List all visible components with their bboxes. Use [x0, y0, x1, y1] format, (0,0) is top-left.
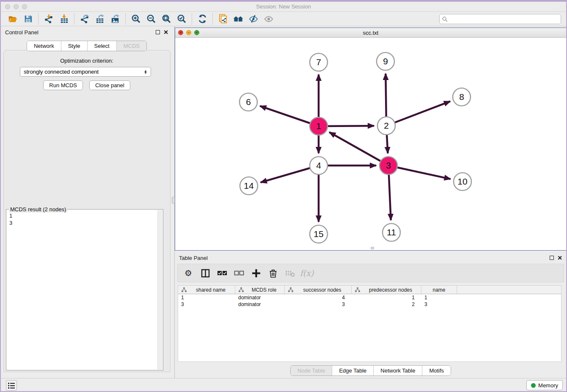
settings-icon[interactable]: ⚙	[183, 268, 194, 279]
close-panel-button[interactable]: Close panel	[89, 80, 130, 90]
mcds-result-item: 1	[9, 212, 157, 219]
edge-3-10[interactable]	[388, 166, 451, 179]
export-network-icon[interactable]	[77, 13, 92, 25]
import-network-icon[interactable]	[41, 13, 56, 25]
task-history-button[interactable]	[6, 380, 17, 391]
memory-button[interactable]: Memory	[526, 380, 563, 390]
zoom-in-icon[interactable]	[128, 13, 143, 25]
network-window: ✕ − + scc.txt 7968124314101511	[175, 28, 567, 251]
table-cell[interactable]: 4	[285, 295, 352, 301]
run-mcds-button[interactable]: Run MCDS	[43, 80, 83, 90]
table-cell[interactable]: dominator	[235, 301, 285, 307]
table-row[interactable]: 3dominator323	[178, 301, 561, 308]
status-bar: Memory	[1, 378, 566, 392]
zoom-fit-icon[interactable]	[159, 13, 174, 25]
close-panel-icon[interactable]: ✕	[163, 30, 168, 34]
column-header-shared-name[interactable]: shared name	[178, 286, 235, 294]
column-header-MCDS-role[interactable]: MCDS role	[235, 286, 285, 294]
control-panel-tabs: NetworkStyleSelectMCDS	[1, 41, 173, 51]
control-tab-network[interactable]: Network	[27, 41, 61, 51]
table-cell[interactable]: 3	[178, 301, 235, 307]
table-tab-edge-table[interactable]: Edge Table	[332, 366, 373, 375]
table-panel: Table Panel ✕ ⚙f(x) shared nameMCDS role…	[175, 252, 567, 378]
open-file-icon[interactable]	[5, 13, 20, 25]
toolbar-separator	[212, 14, 213, 25]
export-image-icon[interactable]	[107, 13, 123, 25]
table-cell[interactable]: 2	[352, 301, 421, 307]
show-columns-icon[interactable]	[200, 268, 211, 279]
control-tab-style[interactable]: Style	[61, 41, 87, 51]
graph-node-15[interactable]: 15	[310, 225, 328, 243]
svg-text:9: 9	[383, 56, 388, 66]
window-title: Session: New Session	[1, 3, 566, 10]
optimization-criterion-dropdown[interactable]: strongly connected component ▲▼	[20, 67, 151, 77]
svg-text:15: 15	[314, 229, 323, 239]
table-cell[interactable]: 3	[285, 301, 352, 307]
svg-text:3: 3	[386, 160, 391, 170]
column-header-successor-nodes[interactable]: successor nodes	[285, 286, 352, 294]
close-table-panel-icon[interactable]: ✕	[557, 256, 562, 260]
toolbar-separator	[125, 14, 126, 25]
network-document-icon[interactable]	[215, 13, 231, 25]
graph-node-14[interactable]: 14	[240, 177, 258, 195]
graph-node-4[interactable]: 4	[310, 157, 328, 174]
titlebar: Session: New Session	[1, 2, 566, 12]
graph-node-8[interactable]: 8	[453, 88, 471, 106]
refresh-icon[interactable]	[195, 13, 210, 25]
table-tab-motifs[interactable]: Motifs	[422, 366, 451, 375]
hide-selected-icon[interactable]	[246, 13, 261, 25]
table-header-row: shared nameMCDS rolesuccessor nodesprede…	[178, 286, 561, 294]
graph-node-7[interactable]: 7	[310, 53, 328, 71]
table-cell[interactable]: 1	[421, 295, 457, 301]
control-tab-select[interactable]: Select	[87, 41, 116, 51]
graph-node-10[interactable]: 10	[454, 173, 471, 190]
table-tab-network-table[interactable]: Network Table	[373, 366, 422, 375]
table-cell[interactable]: 3	[421, 301, 457, 307]
zoom-selected-icon[interactable]	[174, 13, 189, 25]
column-header-predecessor-nodes[interactable]: predecessor nodes	[352, 286, 421, 294]
zoom-out-icon[interactable]	[143, 13, 159, 25]
svg-text:14: 14	[244, 181, 254, 190]
graph-node-6[interactable]: 6	[239, 93, 257, 111]
table-cell[interactable]: 1	[178, 295, 235, 301]
function-builder-icon: f(x)	[301, 268, 312, 279]
table-toolbar: ⚙f(x)	[177, 264, 564, 282]
network-window-titlebar[interactable]: ✕ − + scc.txt	[175, 28, 566, 38]
save-session-icon[interactable]	[20, 13, 36, 25]
window-frame-top	[0, 0, 567, 2]
edge-2-8[interactable]	[386, 101, 450, 126]
svg-text:1: 1	[316, 121, 321, 131]
graph-node-9[interactable]: 9	[377, 52, 394, 70]
show-hidden-icon[interactable]	[261, 13, 276, 25]
search-input[interactable]	[450, 16, 558, 22]
import-table-icon[interactable]	[56, 13, 72, 25]
graph-node-2[interactable]: 2	[377, 117, 395, 135]
graph-node-3[interactable]: 3	[380, 157, 397, 174]
select-all-icon[interactable]	[217, 268, 228, 279]
list-icon	[8, 382, 15, 389]
column-header-name[interactable]: name	[421, 286, 457, 294]
svg-text:8: 8	[459, 92, 464, 102]
add-row-icon[interactable]	[250, 268, 261, 279]
control-tab-mcds[interactable]: MCDS	[116, 41, 146, 51]
network-graph[interactable]: 7968124314101511	[175, 38, 566, 250]
graph-node-11[interactable]: 11	[383, 224, 400, 241]
network-canvas[interactable]: 7968124314101511	[175, 38, 566, 250]
search-box[interactable]	[439, 14, 561, 24]
float-table-panel-icon[interactable]	[550, 256, 554, 260]
mcds-result-list[interactable]: 13	[7, 210, 157, 370]
home-icon[interactable]	[231, 13, 246, 25]
delete-row-icon[interactable]	[267, 268, 278, 279]
table-cell[interactable]: 1	[352, 295, 421, 301]
graph-node-1[interactable]: 1	[310, 117, 328, 135]
float-panel-icon[interactable]	[156, 30, 160, 34]
network-window-title: scc.txt	[175, 30, 566, 36]
table-tab-node-table[interactable]: Node Table	[291, 366, 332, 375]
result-scrollbar[interactable]	[157, 210, 162, 370]
edge-3-1[interactable]	[329, 132, 388, 166]
export-table-icon[interactable]	[92, 13, 107, 25]
canvas-resize-handle[interactable]	[371, 247, 374, 249]
clear-selection-icon[interactable]	[234, 268, 245, 279]
table-row[interactable]: 1dominator411	[178, 294, 561, 301]
table-cell[interactable]: dominator	[235, 295, 285, 301]
